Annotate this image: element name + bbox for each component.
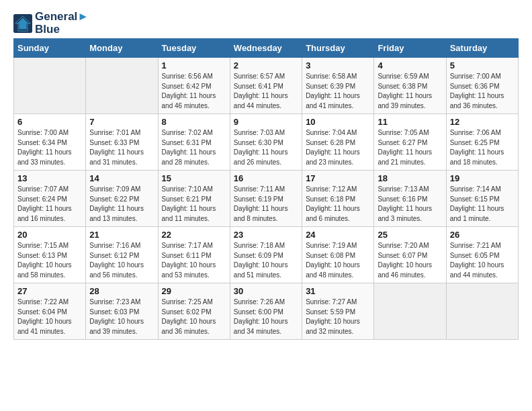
calendar-week-row: 1Sunrise: 6:56 AMSunset: 6:42 PMDaylight…: [14, 58, 519, 114]
day-number: 28: [89, 286, 154, 296]
day-number: 19: [450, 173, 515, 183]
calendar-cell: 22Sunrise: 7:17 AMSunset: 6:11 PMDayligh…: [158, 227, 230, 283]
day-detail: Sunrise: 7:12 AMSunset: 6:18 PMDaylight:…: [306, 185, 370, 224]
day-number: 2: [234, 60, 298, 71]
day-detail: Sunrise: 7:07 AMSunset: 6:24 PMDaylight:…: [17, 185, 82, 224]
day-of-week-header: Wednesday: [230, 39, 302, 58]
calendar-cell: 9Sunrise: 7:03 AMSunset: 6:30 PMDaylight…: [230, 114, 302, 171]
day-number: 10: [306, 117, 370, 127]
day-of-week-header: Saturday: [446, 39, 518, 58]
day-detail: Sunrise: 7:10 AMSunset: 6:21 PMDaylight:…: [162, 185, 226, 224]
day-detail: Sunrise: 6:56 AMSunset: 6:42 PMDaylight:…: [162, 72, 226, 111]
day-number: 6: [17, 117, 82, 127]
calendar-cell: 21Sunrise: 7:16 AMSunset: 6:12 PMDayligh…: [86, 227, 158, 283]
calendar-cell: 6Sunrise: 7:00 AMSunset: 6:34 PMDaylight…: [14, 114, 86, 171]
logo-icon: [13, 14, 32, 33]
day-detail: Sunrise: 7:27 AMSunset: 5:59 PMDaylight:…: [306, 298, 370, 336]
calendar-cell: 14Sunrise: 7:09 AMSunset: 6:22 PMDayligh…: [86, 171, 158, 227]
day-detail: Sunrise: 7:18 AMSunset: 6:09 PMDaylight:…: [234, 241, 298, 280]
day-of-week-header: Sunday: [14, 39, 86, 58]
day-detail: Sunrise: 7:17 AMSunset: 6:11 PMDaylight:…: [162, 241, 226, 280]
day-detail: Sunrise: 7:01 AMSunset: 6:33 PMDaylight:…: [89, 128, 154, 167]
calendar-table: SundayMondayTuesdayWednesdayThursdayFrid…: [13, 38, 519, 340]
calendar-cell: [14, 58, 86, 114]
day-number: 24: [306, 230, 370, 240]
day-detail: Sunrise: 7:21 AMSunset: 6:05 PMDaylight:…: [450, 241, 515, 280]
day-detail: Sunrise: 7:05 AMSunset: 6:27 PMDaylight:…: [378, 128, 442, 167]
calendar-cell: 27Sunrise: 7:22 AMSunset: 6:04 PMDayligh…: [14, 283, 86, 340]
day-detail: Sunrise: 7:19 AMSunset: 6:08 PMDaylight:…: [306, 241, 370, 280]
calendar-cell: 5Sunrise: 7:00 AMSunset: 6:36 PMDaylight…: [446, 58, 518, 114]
page-container: General► Blue SundayMondayTuesdayWednesd…: [0, 0, 532, 347]
day-detail: Sunrise: 6:59 AMSunset: 6:38 PMDaylight:…: [378, 72, 442, 111]
day-number: 20: [17, 230, 82, 240]
calendar-cell: [86, 58, 158, 114]
calendar-cell: 7Sunrise: 7:01 AMSunset: 6:33 PMDaylight…: [86, 114, 158, 171]
calendar-week-row: 20Sunrise: 7:15 AMSunset: 6:13 PMDayligh…: [14, 227, 519, 283]
day-number: 18: [378, 173, 442, 183]
day-of-week-header: Thursday: [302, 39, 374, 58]
calendar-cell: 4Sunrise: 6:59 AMSunset: 6:38 PMDaylight…: [374, 58, 446, 114]
day-detail: Sunrise: 7:11 AMSunset: 6:19 PMDaylight:…: [234, 185, 298, 224]
day-number: 29: [162, 286, 226, 296]
day-number: 5: [450, 60, 515, 71]
calendar-cell: [446, 283, 518, 340]
day-detail: Sunrise: 7:03 AMSunset: 6:30 PMDaylight:…: [234, 128, 298, 167]
logo: General► Blue: [13, 11, 89, 36]
logo-text-block: General► Blue: [35, 11, 89, 36]
calendar-cell: 30Sunrise: 7:26 AMSunset: 6:00 PMDayligh…: [230, 283, 302, 340]
day-number: 3: [306, 60, 370, 71]
day-detail: Sunrise: 7:15 AMSunset: 6:13 PMDaylight:…: [17, 241, 82, 280]
logo-line1: General►: [35, 11, 89, 24]
day-number: 31: [306, 286, 370, 296]
calendar-week-row: 13Sunrise: 7:07 AMSunset: 6:24 PMDayligh…: [14, 171, 519, 227]
calendar-week-row: 27Sunrise: 7:22 AMSunset: 6:04 PMDayligh…: [14, 283, 519, 340]
calendar-cell: 19Sunrise: 7:14 AMSunset: 6:15 PMDayligh…: [446, 171, 518, 227]
day-number: 27: [17, 286, 82, 296]
day-detail: Sunrise: 6:58 AMSunset: 6:39 PMDaylight:…: [306, 72, 370, 111]
calendar-cell: 2Sunrise: 6:57 AMSunset: 6:41 PMDaylight…: [230, 58, 302, 114]
calendar-cell: 29Sunrise: 7:25 AMSunset: 6:02 PMDayligh…: [158, 283, 230, 340]
day-detail: Sunrise: 7:00 AMSunset: 6:36 PMDaylight:…: [450, 72, 515, 111]
day-detail: Sunrise: 7:22 AMSunset: 6:04 PMDaylight:…: [17, 298, 82, 336]
calendar-cell: 23Sunrise: 7:18 AMSunset: 6:09 PMDayligh…: [230, 227, 302, 283]
day-number: 4: [378, 60, 442, 71]
day-detail: Sunrise: 7:04 AMSunset: 6:28 PMDaylight:…: [306, 128, 370, 167]
calendar-cell: 16Sunrise: 7:11 AMSunset: 6:19 PMDayligh…: [230, 171, 302, 227]
day-number: 13: [17, 173, 82, 183]
day-number: 21: [89, 230, 154, 240]
day-of-week-header: Friday: [374, 39, 446, 58]
calendar-cell: 13Sunrise: 7:07 AMSunset: 6:24 PMDayligh…: [14, 171, 86, 227]
day-number: 12: [450, 117, 515, 127]
page-header: General► Blue: [13, 11, 519, 36]
calendar-cell: 28Sunrise: 7:23 AMSunset: 6:03 PMDayligh…: [86, 283, 158, 340]
day-detail: Sunrise: 7:13 AMSunset: 6:16 PMDaylight:…: [378, 185, 442, 224]
day-number: 26: [450, 230, 515, 240]
calendar-cell: 26Sunrise: 7:21 AMSunset: 6:05 PMDayligh…: [446, 227, 518, 283]
day-number: 25: [378, 230, 442, 240]
day-of-week-header: Tuesday: [158, 39, 230, 58]
day-detail: Sunrise: 7:06 AMSunset: 6:25 PMDaylight:…: [450, 128, 515, 167]
logo-line2: Blue: [35, 24, 89, 36]
day-detail: Sunrise: 7:23 AMSunset: 6:03 PMDaylight:…: [89, 298, 154, 336]
calendar-week-row: 6Sunrise: 7:00 AMSunset: 6:34 PMDaylight…: [14, 114, 519, 171]
day-number: 9: [234, 117, 298, 127]
day-detail: Sunrise: 7:16 AMSunset: 6:12 PMDaylight:…: [89, 241, 154, 280]
day-number: 17: [306, 173, 370, 183]
day-number: 11: [378, 117, 442, 127]
calendar-cell: 17Sunrise: 7:12 AMSunset: 6:18 PMDayligh…: [302, 171, 374, 227]
calendar-cell: 18Sunrise: 7:13 AMSunset: 6:16 PMDayligh…: [374, 171, 446, 227]
day-detail: Sunrise: 7:02 AMSunset: 6:31 PMDaylight:…: [162, 128, 226, 167]
day-detail: Sunrise: 7:25 AMSunset: 6:02 PMDaylight:…: [162, 298, 226, 336]
day-detail: Sunrise: 7:14 AMSunset: 6:15 PMDaylight:…: [450, 185, 515, 224]
day-number: 1: [162, 60, 226, 71]
calendar-cell: 12Sunrise: 7:06 AMSunset: 6:25 PMDayligh…: [446, 114, 518, 171]
day-number: 30: [234, 286, 298, 296]
calendar-cell: 15Sunrise: 7:10 AMSunset: 6:21 PMDayligh…: [158, 171, 230, 227]
calendar-cell: 11Sunrise: 7:05 AMSunset: 6:27 PMDayligh…: [374, 114, 446, 171]
calendar-cell: 20Sunrise: 7:15 AMSunset: 6:13 PMDayligh…: [14, 227, 86, 283]
day-detail: Sunrise: 7:09 AMSunset: 6:22 PMDaylight:…: [89, 185, 154, 224]
day-number: 23: [234, 230, 298, 240]
day-detail: Sunrise: 6:57 AMSunset: 6:41 PMDaylight:…: [234, 72, 298, 111]
day-number: 8: [162, 117, 226, 127]
